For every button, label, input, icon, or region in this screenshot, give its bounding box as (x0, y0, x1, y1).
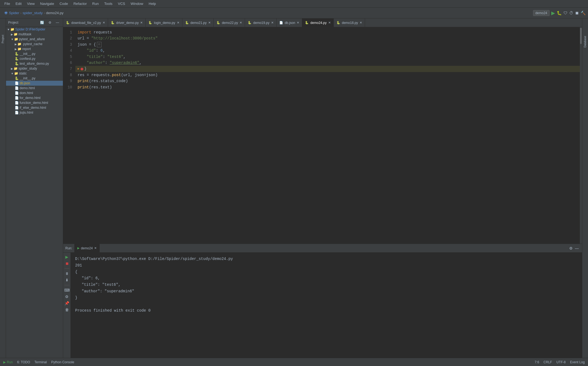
tree-item[interactable]: 🐍 test_allure_demo.py (6, 61, 63, 66)
tree-item[interactable]: 📄 jiujiu.html (6, 110, 63, 115)
scroll-down-button[interactable]: ⬇ (65, 278, 69, 282)
project-panel-label[interactable]: Project (1, 35, 4, 43)
profile-button[interactable]: ⏱ (569, 11, 573, 15)
menu-file[interactable]: File (2, 1, 12, 6)
tree-item-label: jiujiu.html (20, 111, 33, 114)
breadcrumb-spider-study[interactable]: spider_study (23, 11, 43, 15)
breadcrumb-spider-label[interactable]: Spider (9, 11, 19, 15)
settings-button[interactable]: ⚙ (569, 246, 573, 250)
input-button[interactable]: ⌨ (64, 288, 70, 292)
output-author: "author": "superadmin6" (75, 288, 578, 295)
menu-run[interactable]: Run (90, 1, 101, 6)
event-log[interactable]: Event Log (570, 360, 585, 364)
encoding[interactable]: UTF-8 (556, 360, 566, 364)
scrollbar-thumb[interactable] (580, 28, 582, 44)
tab-demo24[interactable]: 🐍 demo24.py ✕ (302, 18, 333, 27)
menu-refactor[interactable]: Refactor (71, 1, 89, 6)
collapse-button[interactable]: ⚙ (47, 20, 53, 26)
tree-item[interactable]: ▼ 📁 pytest_and_allure (6, 37, 63, 42)
tree-item[interactable]: 🐍 __init__.py (6, 76, 63, 81)
tab-login-demo[interactable]: 🐍 login_demo.py ✕ (146, 18, 182, 27)
tree-item[interactable]: ▼ 📁 Spider D:\File\Spider (6, 27, 63, 32)
tree-item-selected[interactable]: 📄 db.json (6, 81, 63, 86)
tab-close-icon[interactable]: ✕ (360, 21, 362, 24)
line-ending[interactable]: CRLF (544, 360, 552, 364)
breadcrumb: 🕷 Spider › spider_study › demo24.py (4, 11, 63, 15)
tab-close-icon[interactable]: ✕ (328, 21, 331, 24)
tree-item[interactable]: ▶ 📁 spider_study (6, 66, 63, 71)
tree-item[interactable]: ▶ 📁 .pytest_cache (6, 42, 63, 46)
tab-close-icon[interactable]: ✕ (208, 21, 211, 24)
tab-demo19[interactable]: 🐍 demo19.py ✕ (245, 18, 276, 27)
settings2-button[interactable]: ⚙ (65, 294, 69, 299)
python-console-button[interactable]: Python Console (51, 360, 74, 364)
tree-item-label: multitask (19, 32, 31, 36)
menu-view[interactable]: View (25, 1, 37, 6)
json-file-icon: 📄 (15, 81, 19, 85)
tree-item[interactable]: 🐍 conftest.py (6, 56, 63, 61)
pin-button[interactable]: 📌 (65, 301, 69, 305)
database-panel-label[interactable]: Database (583, 35, 587, 49)
tab-close-icon[interactable]: ✕ (240, 21, 242, 24)
menu-help[interactable]: Help (146, 1, 158, 6)
tab-demo18[interactable]: 🐍 demo18.py ✕ (334, 18, 365, 27)
build-button[interactable]: 🔨 (581, 11, 586, 15)
tab-demo21[interactable]: 🐍 demo21.py ✕ (182, 18, 214, 27)
clear-button[interactable]: 🗑 (65, 308, 69, 312)
debug-button[interactable]: 🐛 (557, 11, 562, 15)
tab-download-file[interactable]: 🐍 download_file_v2.py ✕ (63, 18, 108, 27)
tree-item[interactable]: 📄 function_demo.html (6, 100, 63, 105)
run-config-selector[interactable]: demo24 (533, 10, 550, 16)
pause-button[interactable]: ⏸ (65, 271, 69, 276)
tree-item-label: for_demo.html (20, 96, 41, 100)
tab-close-icon[interactable]: ✕ (271, 21, 274, 24)
stop-button[interactable]: ⏹ (575, 11, 579, 15)
stop-run-button[interactable]: ⏹ (65, 261, 69, 266)
menu-edit[interactable]: Edit (13, 1, 24, 6)
tab-close-icon[interactable]: ✕ (103, 21, 105, 24)
tree-item[interactable]: ▶ 📁 multitask (6, 32, 63, 37)
tab-close-icon[interactable]: ✕ (177, 21, 179, 24)
terminal-button[interactable]: Terminal (35, 360, 47, 364)
run-button[interactable]: ▶ (551, 10, 555, 16)
menu-vcs[interactable]: VCS (116, 1, 127, 6)
tree-item-label: report (22, 47, 31, 51)
tab-close-icon[interactable]: ✕ (140, 21, 143, 24)
sync-button[interactable]: 🔄 (38, 20, 46, 26)
coverage-button[interactable]: 🛡 (564, 11, 568, 15)
run-output[interactable]: D:\Software\Python37\python.exe D:/File/… (71, 253, 582, 358)
tab-demo22[interactable]: 🐍 demo22.py ✕ (214, 18, 245, 27)
tree-item[interactable]: 📄 for_demo.html (6, 95, 63, 100)
minimize-button[interactable]: — (575, 246, 579, 250)
tree-item[interactable]: 🐍 __init__.py (6, 51, 63, 56)
code-editor[interactable]: 1 2 3 4 5 6 7 8 9 10 import requests url… (63, 27, 582, 244)
todo-button[interactable]: 6: TODO (17, 360, 30, 364)
status-right: 7:6 CRLF UTF-8 Event Log (535, 360, 585, 364)
menu-tools[interactable]: Tools (102, 1, 115, 6)
menu-navigate[interactable]: Navigate (38, 1, 56, 6)
cursor-position[interactable]: 7:6 (535, 360, 539, 364)
tree-item[interactable]: ▶ 📁 report (6, 46, 63, 51)
code-content[interactable]: import requests url = "http://localhost:… (75, 27, 580, 244)
tree-item[interactable]: 📄 if_else_demo.html (6, 105, 63, 110)
hide-button[interactable]: — (54, 20, 61, 26)
run-tab-demo24[interactable]: ▶ demo24 ✕ (75, 244, 99, 252)
fold-button[interactable]: ⊟ (97, 42, 102, 47)
tree-item[interactable]: 📄 dom.html (6, 91, 63, 95)
tab-close-icon[interactable]: ✕ (297, 21, 299, 24)
menu-code[interactable]: Code (57, 1, 70, 6)
folder-icon: 📁 (10, 27, 14, 31)
tab-driver-demo[interactable]: 🐍 driver_demo.py ✕ (108, 18, 146, 27)
editor-scrollbar[interactable] (580, 27, 582, 244)
breadcrumb-spider[interactable]: 🕷 (4, 11, 8, 15)
tree-item[interactable]: ▼ 📁 static (6, 71, 63, 76)
tree-item[interactable]: 📄 demo.html (6, 86, 63, 91)
tab-db-json[interactable]: 📄 db.json ✕ (277, 18, 302, 27)
run-status[interactable]: ▶ Run (3, 360, 13, 364)
project-header-buttons: 🔄 ⚙ — (38, 20, 61, 26)
rerun-button[interactable]: ▶ (65, 255, 68, 259)
breadcrumb-file[interactable]: demo24.py (46, 11, 63, 15)
editor-area: 🐍 download_file_v2.py ✕ 🐍 driver_demo.py… (63, 18, 582, 358)
run-tab-close-icon[interactable]: ✕ (94, 246, 97, 250)
menu-window[interactable]: Window (128, 1, 145, 6)
